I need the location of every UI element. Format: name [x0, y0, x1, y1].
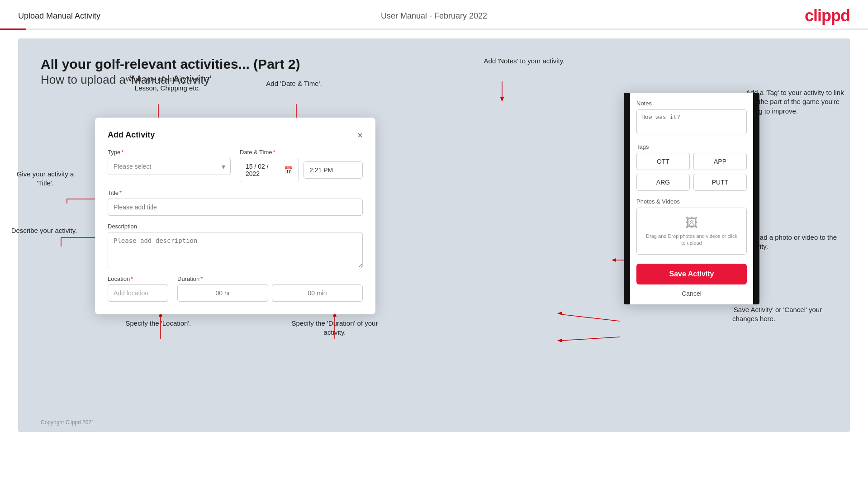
annotation-what-type: What type of activity was it? Lesson, Ch…: [118, 75, 217, 93]
description-textarea[interactable]: [108, 232, 363, 268]
notes-section: Notes: [630, 93, 753, 140]
tag-arg[interactable]: ARG: [636, 174, 690, 191]
header-divider: [18, 30, 850, 30]
copyright: Copyright Clippd 2021: [41, 419, 95, 426]
heading-title: All your golf-relevant activities... (Pa…: [41, 57, 827, 72]
photos-section: Photos & Videos 🖼 Drag and Drop photos a…: [630, 194, 753, 258]
notes-label: Notes: [636, 100, 747, 107]
type-label: Type*: [108, 149, 231, 156]
annotation-location: Specify the 'Location'.: [109, 319, 208, 328]
close-button[interactable]: ×: [357, 131, 363, 140]
type-select-wrapper[interactable]: Please select: [108, 158, 231, 175]
duration-min-input[interactable]: [272, 284, 363, 302]
annotation-upload: Upload a photo or video to the activity.: [746, 233, 845, 251]
tags-label: Tags: [636, 143, 747, 150]
upload-area[interactable]: 🖼 Drag and Drop photos and videos or cli…: [636, 208, 747, 255]
location-input[interactable]: [108, 284, 168, 302]
cancel-link[interactable]: Cancel: [630, 290, 753, 304]
phone-inner: Notes Tags OTT APP ARG PUTT Photos & Vid…: [630, 93, 753, 304]
title-group: Title*: [108, 190, 363, 216]
calendar-icon: 📅: [284, 166, 293, 175]
time-input[interactable]: 2:21 PM: [304, 161, 363, 179]
annotation-give-title: Give your activity a 'Title'.: [9, 170, 81, 188]
annotation-date-time: Add 'Date & Time'.: [253, 79, 335, 88]
duration-inputs: [177, 284, 363, 302]
tags-grid: OTT APP ARG PUTT: [636, 153, 747, 191]
type-datetime-row: Type* Please select Date & Time* 15 / 02…: [108, 149, 363, 182]
manual-title: User Manual - February 2022: [381, 11, 487, 21]
svg-marker-17: [500, 97, 504, 102]
type-select[interactable]: Please select: [108, 158, 231, 175]
annotation-tag: Add a 'Tag' to your activity to link it …: [746, 88, 845, 116]
date-input[interactable]: 15 / 02 / 2022 📅: [240, 158, 299, 182]
location-group: Location*: [108, 275, 168, 302]
phone-right-bar: [753, 93, 759, 304]
datetime-label: Date & Time*: [240, 149, 363, 156]
description-group: Description: [108, 223, 363, 268]
tag-ott[interactable]: OTT: [636, 153, 690, 170]
svg-marker-25: [557, 339, 562, 342]
datetime-inputs: 15 / 02 / 2022 📅 2:21 PM: [240, 158, 363, 182]
tag-putt[interactable]: PUTT: [693, 174, 747, 191]
svg-line-22: [561, 314, 620, 321]
logo: clippd: [805, 6, 850, 25]
dialog-header: Add Activity ×: [108, 130, 363, 140]
title-label: Title*: [108, 190, 363, 196]
annotation-save: 'Save Activity' or 'Cancel' your changes…: [732, 305, 845, 324]
tag-app[interactable]: APP: [693, 153, 747, 170]
svg-marker-23: [557, 312, 563, 315]
annotation-duration: Specify the 'Duration' of your activity.: [285, 319, 384, 337]
datetime-group: Date & Time* 15 / 02 / 2022 📅 2:21 PM: [240, 149, 363, 182]
duration-hr-input[interactable]: [177, 284, 268, 302]
location-duration-row: Location* Duration*: [108, 275, 363, 302]
svg-marker-21: [612, 258, 616, 262]
title-input[interactable]: [108, 199, 363, 216]
top-bar: Upload Manual Activity User Manual - Feb…: [0, 0, 868, 30]
description-label: Description: [108, 223, 363, 230]
save-activity-button[interactable]: Save Activity: [636, 264, 747, 284]
main-content: All your golf-relevant activities... (Pa…: [18, 38, 850, 432]
tags-section: Tags OTT APP ARG PUTT: [630, 140, 753, 194]
phone-panel: Notes Tags OTT APP ARG PUTT Photos & Vid…: [624, 93, 759, 304]
dialog-title: Add Activity: [108, 130, 155, 140]
upload-icon: 🖼: [685, 215, 698, 230]
page-title: Upload Manual Activity: [18, 11, 100, 21]
type-group: Type* Please select: [108, 149, 231, 182]
upload-text: Drag and Drop photos and videos or click…: [644, 233, 739, 247]
duration-group: Duration*: [177, 275, 363, 302]
notes-textarea[interactable]: [636, 109, 747, 134]
photos-label: Photos & Videos: [636, 198, 747, 205]
duration-label: Duration*: [177, 275, 363, 282]
add-activity-dialog: Add Activity × Type* Please select Date …: [95, 118, 375, 314]
svg-line-24: [561, 337, 620, 341]
annotation-describe: Describe your activity.: [9, 226, 79, 235]
annotation-notes: Add 'Notes' to your activity.: [479, 57, 569, 66]
phone-left-bar: [624, 93, 630, 304]
location-label: Location*: [108, 275, 168, 282]
